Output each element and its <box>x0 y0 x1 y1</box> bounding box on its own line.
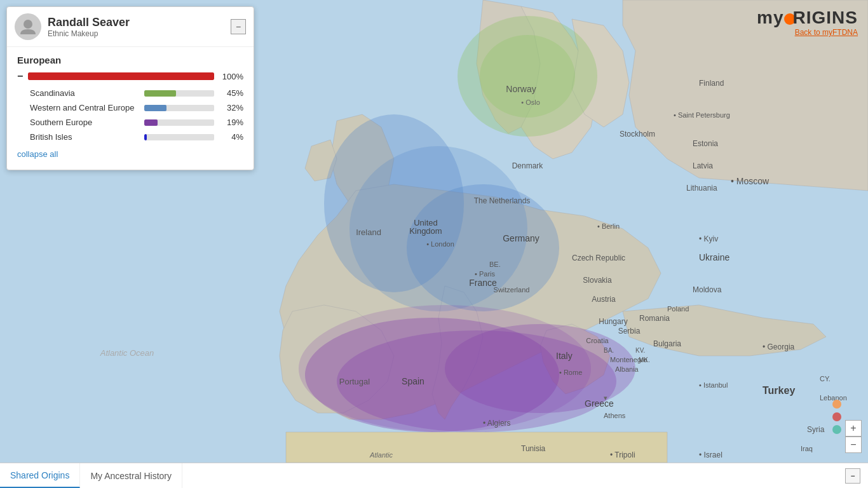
svg-text:• Algiers: • Algiers <box>483 419 511 428</box>
svg-text:Athens: Athens <box>604 412 626 419</box>
svg-text:• Tripoli: • Tripoli <box>610 451 635 459</box>
svg-text:Croatia: Croatia <box>586 337 609 344</box>
info-panel: Randall Seaver Ethnic Makeup − European … <box>6 6 254 170</box>
svg-text:Stockholm: Stockholm <box>620 130 655 139</box>
legend-dot-orange <box>832 400 841 409</box>
total-bar-track <box>28 72 214 80</box>
svg-text:France: France <box>469 278 497 288</box>
british-isles-pct: 4% <box>219 132 243 142</box>
svg-text:• Istanbul: • Istanbul <box>699 381 728 389</box>
tab-my-ancestral-history-label: My Ancestral History <box>90 471 172 481</box>
svg-text:Norway: Norway <box>506 84 536 94</box>
svg-text:Lithuania: Lithuania <box>686 184 717 193</box>
minimize-button[interactable]: − <box>231 19 246 34</box>
svg-text:Denmark: Denmark <box>512 161 544 170</box>
svg-text:Serbia: Serbia <box>618 327 641 336</box>
svg-text:Atlantic: Atlantic <box>369 451 393 459</box>
logo-text: myRIGINS <box>757 8 858 28</box>
svg-text:Greece: Greece <box>585 398 614 409</box>
collapse-all-link[interactable]: collapse all <box>17 149 58 159</box>
total-bar-fill <box>28 72 214 80</box>
scandinavia-row: Scandinavia 45% <box>17 88 243 98</box>
bottom-bar: Shared Origins My Ancestral History − <box>0 463 868 488</box>
svg-text:The Netherlands: The Netherlands <box>474 196 531 205</box>
svg-text:Kingdom: Kingdom <box>409 226 442 236</box>
scandinavia-bar-container <box>144 90 214 97</box>
tab-my-ancestral-history[interactable]: My Ancestral History <box>80 463 182 488</box>
svg-text:BA.: BA. <box>604 347 614 354</box>
svg-text:Albania: Albania <box>615 365 639 373</box>
panel-name: Randall Seaver <box>48 16 231 29</box>
scandinavia-bar-track <box>144 90 214 97</box>
svg-text:• London: • London <box>426 240 454 248</box>
svg-text:Moldova: Moldova <box>693 285 722 294</box>
svg-text:Bulgaria: Bulgaria <box>653 339 681 348</box>
tab-shared-origins[interactable]: Shared Origins <box>0 463 80 488</box>
svg-text:Slovakia: Slovakia <box>583 276 612 285</box>
svg-text:Turkey: Turkey <box>763 385 795 396</box>
british-isles-bar-container <box>144 134 214 140</box>
svg-text:• Rome: • Rome <box>559 369 582 376</box>
legend-dot-red <box>832 412 841 421</box>
bottom-minimize-button[interactable]: − <box>845 468 860 484</box>
category-label: European <box>17 55 243 65</box>
svg-text:Romania: Romania <box>639 314 670 323</box>
avatar <box>15 13 41 40</box>
svg-text:Italy: Italy <box>556 351 573 361</box>
svg-text:Latvia: Latvia <box>693 161 713 170</box>
zoom-controls: + − <box>845 420 862 453</box>
svg-text:Poland: Poland <box>667 305 689 313</box>
svg-text:▾: ▾ <box>604 394 607 402</box>
svg-text:Estonia: Estonia <box>693 139 718 148</box>
panel-title-group: Randall Seaver Ethnic Makeup <box>48 16 231 38</box>
legend-dot-teal <box>832 425 841 434</box>
svg-text:Germany: Germany <box>503 233 539 243</box>
svg-text:BE.: BE. <box>489 261 501 268</box>
svg-text:CY.: CY. <box>820 375 831 383</box>
svg-text:• Kyiv: • Kyiv <box>699 234 718 243</box>
svg-text:• Paris: • Paris <box>475 270 495 278</box>
svg-text:Atlantic Ocean: Atlantic Ocean <box>100 348 154 358</box>
logo: myRIGINS Back to myFTDNA <box>757 8 858 37</box>
svg-text:Syria: Syria <box>807 425 825 434</box>
southern-europe-row: Southern Europe 19% <box>17 118 243 127</box>
svg-text:KV.: KV. <box>635 347 645 354</box>
svg-text:• Berlin: • Berlin <box>597 222 620 230</box>
western-central-bar-container <box>144 105 214 111</box>
svg-text:• Oslo: • Oslo <box>521 98 540 106</box>
southern-europe-pct: 19% <box>219 118 243 127</box>
western-central-label: Western and Central Europe <box>30 103 144 112</box>
british-isles-label: British Isles <box>30 132 144 142</box>
svg-text:• Saint Petersburg: • Saint Petersburg <box>674 111 730 119</box>
panel-body: European − 100% Scandinavia 45% Western … <box>7 47 254 170</box>
british-isles-bar-track <box>144 134 214 140</box>
collapse-european-button[interactable]: − <box>17 71 23 82</box>
svg-text:Austria: Austria <box>592 295 616 304</box>
logo-suffix: RIGINS <box>793 8 858 27</box>
zoom-in-button[interactable]: + <box>845 420 862 437</box>
legend-dots <box>832 400 841 434</box>
total-pct-label: 100% <box>219 72 243 81</box>
british-isles-bar-fill <box>144 134 147 140</box>
svg-text:Iraq: Iraq <box>801 445 813 452</box>
svg-text:Spain: Spain <box>402 376 424 386</box>
western-central-bar-fill <box>144 105 166 111</box>
svg-text:Portugal: Portugal <box>339 377 370 386</box>
western-central-pct: 32% <box>219 103 243 112</box>
back-to-myftdna-link[interactable]: Back to myFTDNA <box>757 28 858 37</box>
svg-text:Montenegro: Montenegro <box>610 356 648 363</box>
total-bar-container <box>28 72 214 80</box>
scandinavia-bar-fill <box>144 90 176 97</box>
logo-prefix: my <box>757 8 783 27</box>
svg-text:Tunisia: Tunisia <box>521 444 546 453</box>
western-central-bar-track <box>144 105 214 111</box>
svg-text:• Georgia: • Georgia <box>763 342 795 351</box>
zoom-out-button[interactable]: − <box>845 437 862 453</box>
panel-header: Randall Seaver Ethnic Makeup − <box>7 7 254 47</box>
southern-europe-label: Southern Europe <box>30 118 144 127</box>
tab-shared-origins-label: Shared Origins <box>10 470 69 480</box>
svg-text:• Moscow: • Moscow <box>731 176 770 186</box>
svg-text:Hungary: Hungary <box>599 317 627 326</box>
panel-subtitle: Ethnic Makeup <box>48 29 231 38</box>
scandinavia-label: Scandinavia <box>30 88 144 98</box>
